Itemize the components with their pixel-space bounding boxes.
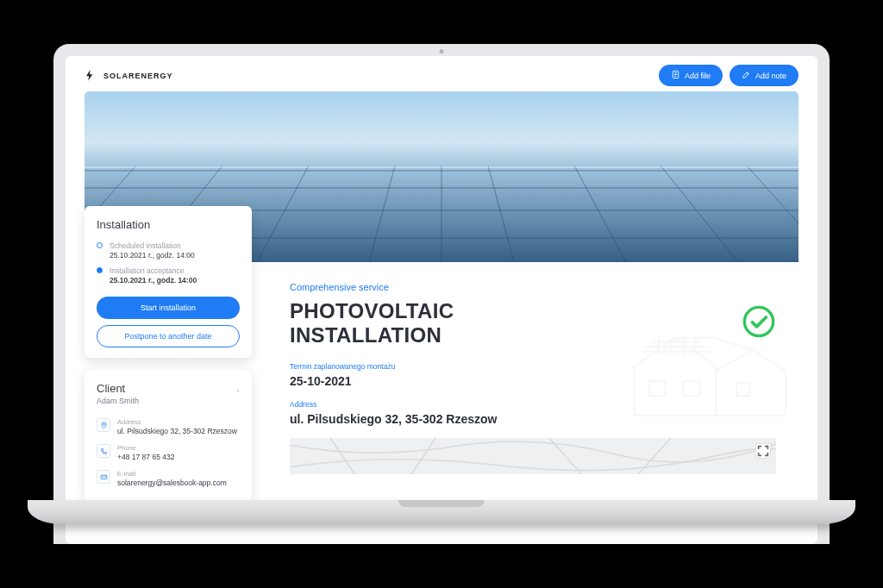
- map-fullscreen-button[interactable]: [755, 443, 771, 459]
- address-icon: [97, 418, 110, 432]
- add-file-button[interactable]: Add file: [659, 65, 723, 86]
- laptop-base: [28, 500, 855, 524]
- phone-value: +48 17 87 65 432: [117, 453, 174, 461]
- client-title: Client: [97, 382, 125, 395]
- contact-address: Address ul. Pilsudskiego 32, 35-302 Rzes…: [97, 414, 240, 440]
- laptop-notch: [398, 500, 485, 507]
- sidebar: Installation Scheduled installation 25.1…: [85, 206, 252, 544]
- screen: SOLARENERGY Add file Add note: [66, 56, 817, 544]
- contact-email: E-mail solarenergy@salesbook-app.com: [97, 466, 240, 491]
- acceptance-label: Installation acceptance: [110, 266, 197, 275]
- file-icon: [671, 70, 680, 81]
- timeline-dot-icon: [97, 242, 103, 248]
- brand-name: SOLARENERGY: [103, 72, 173, 80]
- phone-icon: [97, 444, 110, 458]
- svg-rect-20: [736, 383, 749, 396]
- email-value: solarenergy@salesbook-app.com: [117, 479, 227, 487]
- header: SOLARENERGY Add file Add note: [66, 56, 817, 91]
- acceptance-value: 25.10.2021 r., godz. 14:00: [110, 276, 197, 285]
- svg-point-16: [103, 423, 104, 425]
- address-label: Address: [117, 418, 237, 426]
- add-note-button[interactable]: Add note: [730, 65, 798, 86]
- chevron-right-icon: ›: [236, 385, 240, 395]
- phone-label: Phone: [117, 444, 174, 452]
- client-card: Client › Adam Smith Address ul. Pilsudsk…: [85, 370, 252, 502]
- email-label: E-mail: [117, 470, 227, 478]
- timeline-item-scheduled: Scheduled installation 25.10.2021 r., go…: [97, 238, 240, 263]
- header-actions: Add file Add note: [659, 65, 798, 86]
- installation-card: Installation Scheduled installation 25.1…: [85, 206, 252, 358]
- scheduled-value: 25.10.2021 r., godz. 14:00: [110, 251, 195, 260]
- installation-title: Installation: [97, 218, 240, 231]
- add-file-label: Add file: [685, 72, 711, 80]
- laptop-frame: SOLARENERGY Add file Add note: [53, 44, 830, 544]
- check-badge-icon: [742, 304, 776, 339]
- add-note-label: Add note: [755, 72, 786, 80]
- brand-logo[interactable]: SOLARENERGY: [85, 68, 173, 84]
- service-label: Comprehensive service: [290, 282, 776, 292]
- contact-phone: Phone +48 17 87 65 432: [97, 440, 240, 466]
- timeline-item-acceptance: Installation acceptance 25.10.2021 r., g…: [97, 263, 240, 288]
- webcam-dot: [440, 49, 444, 53]
- svg-rect-19: [684, 381, 700, 396]
- svg-point-28: [744, 307, 773, 335]
- address-value: ul. Pilsudskiego 32, 35-302 Rzeszow: [117, 427, 237, 435]
- note-icon: [742, 70, 751, 81]
- scheduled-label: Scheduled installation: [110, 241, 195, 250]
- solar-icon: [85, 68, 98, 84]
- email-icon: [97, 470, 110, 484]
- start-installation-button[interactable]: Start installation: [97, 297, 240, 319]
- svg-rect-18: [649, 381, 666, 396]
- timeline-dot-filled-icon: [97, 267, 103, 273]
- client-name: Adam Smith: [97, 397, 240, 405]
- client-header[interactable]: Client ›: [97, 382, 240, 397]
- postpone-button[interactable]: Postpone to another date: [97, 325, 240, 347]
- map[interactable]: [290, 438, 776, 474]
